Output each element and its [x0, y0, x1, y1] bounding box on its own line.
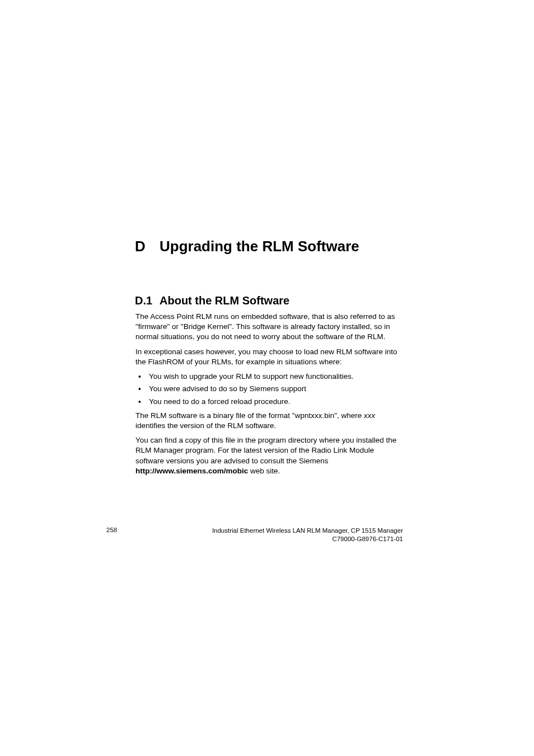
paragraph-3: The RLM software is a binary file of the…	[135, 411, 401, 431]
chapter-letter: D	[135, 238, 160, 255]
bullet-list: You wish to upgrade your RLM to support …	[135, 372, 401, 407]
paragraph-2: In exceptional cases however, you may ch…	[135, 347, 401, 367]
section-number: D.1	[135, 294, 160, 307]
paragraph-4-prefix: You can find a copy of this file in the …	[135, 436, 396, 464]
list-item: You wish to upgrade your RLM to support …	[135, 372, 401, 382]
footer-text: Industrial Ethernet Wireless LAN RLM Man…	[212, 527, 403, 543]
page-footer: 258 Industrial Ethernet Wireless LAN RLM…	[106, 527, 403, 543]
chapter-title: Upgrading the RLM Software	[160, 238, 359, 255]
paragraph-1: The Access Point RLM runs on embedded so…	[135, 312, 401, 342]
paragraph-4-link: http://www.siemens.com/mobic	[135, 467, 248, 475]
paragraph-4: You can find a copy of this file in the …	[135, 435, 401, 476]
list-item: You were advised to do so by Siemens sup…	[135, 384, 401, 394]
paragraph-3-italic: xxx	[364, 411, 375, 420]
footer-line-1: Industrial Ethernet Wireless LAN RLM Man…	[212, 527, 403, 534]
paragraph-4-suffix: web site.	[248, 467, 280, 475]
paragraph-3-prefix: The RLM software is a binary file of the…	[135, 411, 364, 420]
page-content: DUpgrading the RLM Software D.1About the…	[135, 238, 401, 481]
list-item: You need to do a forced reload procedure…	[135, 397, 401, 407]
chapter-heading: DUpgrading the RLM Software	[135, 238, 401, 255]
section-heading: D.1About the RLM Software	[135, 294, 401, 307]
paragraph-3-suffix: identifies the version of the RLM softwa…	[135, 421, 276, 430]
footer-line-2: C79000-G8976-C171-01	[332, 536, 403, 542]
section-title: About the RLM Software	[160, 294, 289, 307]
page-number: 258	[106, 527, 117, 533]
